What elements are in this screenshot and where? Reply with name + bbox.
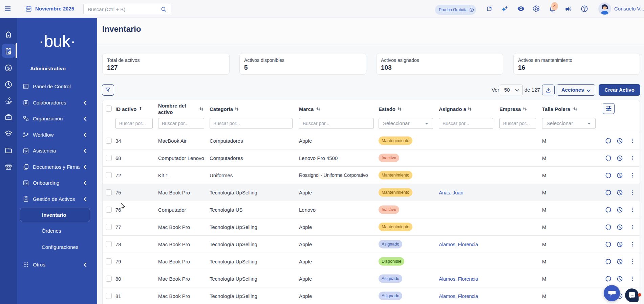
svg-text:$: $ xyxy=(7,66,10,71)
